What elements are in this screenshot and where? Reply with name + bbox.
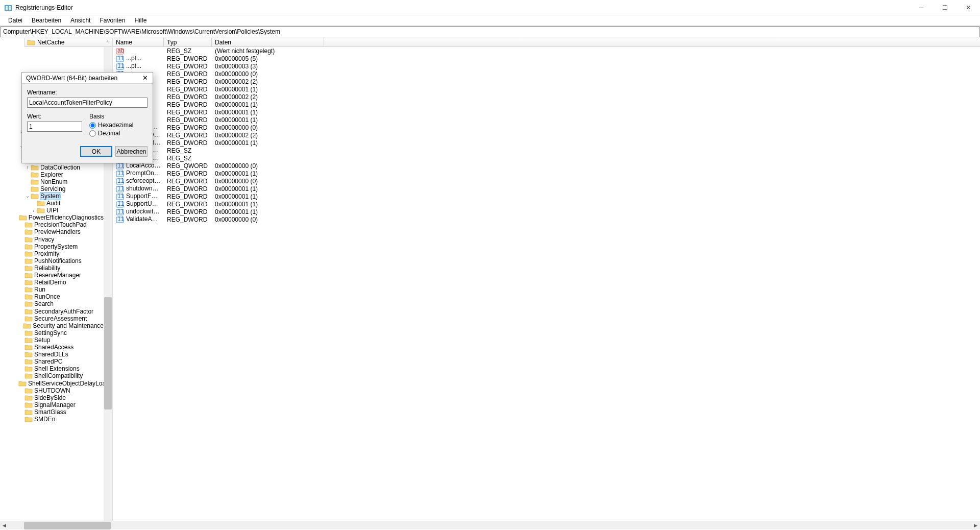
radio-hex[interactable]: Hexadezimal [89, 122, 133, 129]
value-row[interactable]: ...tu...REG_DWORD0x00000000 (0) [113, 70, 980, 78]
tree-item[interactable]: Shell Extensions [0, 365, 104, 372]
tree-item[interactable]: ShellServiceObjectDelayLoad [0, 380, 104, 387]
tree-item[interactable]: SignalManager [0, 401, 104, 408]
scroll-right-button[interactable]: ▶ [971, 521, 980, 530]
value-row[interactable]: EnableUwpStart...REG_DWORD0x00000002 (2) [113, 131, 980, 139]
value-row[interactable]: ValidateAdminC...REG_DWORD0x00000000 (0) [113, 215, 980, 223]
maximize-button[interactable]: ☐ [933, 0, 957, 15]
tree-item[interactable]: ›UIPI [0, 207, 104, 214]
address-input[interactable] [1, 27, 979, 36]
expand-icon[interactable]: › [24, 164, 31, 170]
value-row[interactable]: shutdownwitho...REG_DWORD0x00000001 (1) [113, 185, 980, 192]
tree-item[interactable]: Proximity [0, 250, 104, 257]
tree-item[interactable]: Privacy [0, 236, 104, 243]
value-row[interactable]: EnableVirtualizat...REG_DWORD0x00000001 … [113, 139, 980, 147]
menu-bearbeiten[interactable]: Bearbeiten [28, 16, 65, 25]
radio-dec[interactable]: Dezimal [89, 130, 133, 137]
tree-item[interactable]: ⌄System [0, 192, 104, 200]
menu-favoriten[interactable]: Favoriten [95, 16, 129, 25]
tree-item[interactable]: Explorer [0, 171, 104, 178]
tree-item[interactable]: SHUTDOWN [0, 387, 104, 394]
value-row[interactable]: REG_SZ(Wert nicht festgelegt) [113, 47, 980, 55]
expand-icon[interactable]: › [31, 208, 37, 213]
value-row[interactable]: ...u...REG_DWORD0x00000001 (1) [113, 85, 980, 93]
tree-item-label: UIPI [46, 207, 58, 214]
tree-item[interactable]: NonEnum [0, 178, 104, 185]
tree-item[interactable]: SharedDLLs [0, 351, 104, 358]
value-row[interactable]: ...JI...REG_DWORD0x00000001 (1) [113, 116, 980, 124]
tree-item-label: Privacy [34, 236, 54, 243]
tree-item[interactable]: RunOnce [0, 293, 104, 300]
tree-item[interactable]: Setup [0, 336, 104, 344]
tree-item[interactable]: Security and Maintenance [0, 322, 104, 329]
tree-item[interactable]: SharedPC [0, 358, 104, 365]
horizontal-scrollbar[interactable]: ◀ ▶ [0, 521, 980, 529]
tree-item[interactable]: ›DataCollection [0, 164, 104, 171]
value-row[interactable]: ...D...REG_DWORD0x00000001 (1) [113, 101, 980, 108]
collapse-icon[interactable]: ⌄ [24, 193, 31, 199]
value-row[interactable]: SupportUwpStar...REG_DWORD0x00000001 (1) [113, 200, 980, 208]
tree-item[interactable]: SmartGlass [0, 408, 104, 416]
value-row[interactable]: LocalAccountTo...REG_QWORD0x00000000 (0) [113, 162, 980, 170]
value-row[interactable]: SupportFullTrust...REG_DWORD0x00000001 (… [113, 192, 980, 200]
col-data[interactable]: Daten [212, 38, 324, 46]
tree-item[interactable]: Run [0, 286, 104, 293]
value-row[interactable]: ...pt...REG_DWORD0x00000005 (5) [113, 55, 980, 62]
basis-label: Basis [89, 113, 133, 120]
binary-value-icon [116, 208, 124, 215]
tree-item[interactable]: Reliability [0, 264, 104, 272]
tree-item-label: SecureAssessment [34, 315, 87, 322]
close-button[interactable]: ✕ [957, 0, 980, 15]
col-type[interactable]: Typ [164, 38, 212, 46]
value-name-input[interactable] [27, 98, 148, 108]
tree-item-label: RetailDemo [34, 279, 66, 286]
dialog-close-button[interactable]: ✕ [137, 73, 153, 84]
tree-item[interactable]: ShellCompatibility [0, 372, 104, 379]
tree-item[interactable]: SecondaryAuthFactor [0, 308, 104, 315]
menu-datei[interactable]: Datei [4, 16, 27, 25]
tree-item[interactable]: SharedAccess [0, 344, 104, 351]
tree-item[interactable]: PrecisionTouchPad [0, 221, 104, 228]
menu-hilfe[interactable]: Hilfe [130, 16, 151, 25]
radio-dec-input[interactable] [89, 130, 96, 137]
menu-ansicht[interactable]: Ansicht [66, 16, 94, 25]
value-row[interactable]: ...on...REG_DWORD0x00000002 (2) [113, 78, 980, 85]
tree-item-label: NonEnum [40, 178, 67, 185]
value-row[interactable]: ...pt...REG_DWORD0x00000003 (3) [113, 62, 980, 70]
cancel-button[interactable]: Abbrechen [115, 146, 148, 157]
binary-value-icon [116, 170, 124, 177]
tree-item[interactable]: ReserveManager [0, 272, 104, 279]
tree-item[interactable]: PropertySystem [0, 243, 104, 250]
value-row[interactable]: REG_DWORD0x00000001 (1) [113, 108, 980, 116]
value-row[interactable]: legalnoticecapti...REG_SZ [113, 147, 980, 154]
scroll-left-button[interactable]: ◀ [0, 521, 9, 530]
ok-button[interactable]: OK [80, 146, 112, 157]
tree-item[interactable]: PreviewHandlers [0, 228, 104, 235]
value-data-cell: 0x00000001 (1) [212, 208, 324, 215]
radio-hex-input[interactable] [89, 122, 96, 129]
tree-item[interactable]: Search [0, 300, 104, 307]
value-row[interactable]: undockwithoutl...REG_DWORD0x00000001 (1) [113, 208, 980, 215]
tree-item[interactable]: SideBySide [0, 394, 104, 401]
value-row[interactable]: scforceoptionREG_DWORD0x00000000 (0) [113, 177, 980, 185]
col-name[interactable]: Name [113, 38, 164, 46]
value-row[interactable]: ...tS...REG_DWORD0x00000002 (2) [113, 93, 980, 101]
tree-item[interactable]: SettingSync [0, 329, 104, 336]
value-data-cell: 0x00000001 (1) [212, 139, 324, 147]
dialog-titlebar[interactable]: QWORD-Wert (64-Bit) bearbeiten ✕ [22, 73, 153, 84]
value-data-input[interactable] [27, 122, 82, 132]
value-row[interactable]: legalnoticetextREG_SZ [113, 154, 980, 162]
tree-item[interactable]: RetailDemo [0, 279, 104, 286]
binary-value-icon [116, 63, 124, 70]
tree-item-label: Setup [34, 336, 50, 344]
tree-item[interactable]: Audit [0, 200, 104, 207]
value-row[interactable]: EnableUIADeskt...REG_DWORD0x00000000 (0) [113, 124, 980, 131]
tree-item[interactable]: SMDEn [0, 416, 104, 423]
tree-header[interactable]: NetCache ^ [24, 38, 112, 47]
tree-item[interactable]: SecureAssessment [0, 315, 104, 322]
minimize-button[interactable]: ─ [910, 0, 933, 15]
tree-item[interactable]: Servicing [0, 185, 104, 192]
tree-item[interactable]: PowerEfficiencyDiagnostics [0, 214, 104, 221]
value-row[interactable]: PromptOnSecur...REG_DWORD0x00000001 (1) [113, 170, 980, 177]
tree-item[interactable]: PushNotifications [0, 257, 104, 264]
